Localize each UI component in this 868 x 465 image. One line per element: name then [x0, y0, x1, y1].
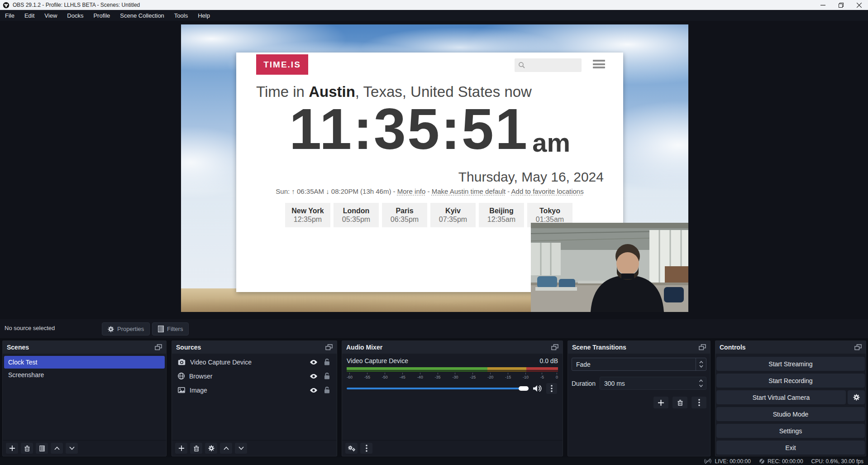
source-item-browser[interactable]: Browser — [172, 369, 337, 383]
mixer-source-name: Video Capture Device — [347, 357, 540, 364]
mixer-channel-menu-button[interactable] — [546, 383, 557, 394]
lock-icon[interactable] — [324, 373, 330, 379]
transition-menu-button[interactable] — [692, 397, 706, 408]
remove-transition-button[interactable] — [672, 397, 687, 408]
clock-meridiem: am — [532, 129, 570, 156]
menu-profile[interactable]: Profile — [88, 10, 115, 21]
start-streaming-button[interactable]: Start Streaming — [716, 357, 865, 371]
advanced-audio-button[interactable] — [345, 443, 358, 454]
visibility-eye-icon[interactable] — [310, 360, 318, 365]
trash-icon — [677, 400, 683, 406]
visibility-eye-icon[interactable] — [310, 388, 318, 393]
popout-icon[interactable] — [699, 344, 706, 350]
source-item-video-capture[interactable]: Video Capture Device — [172, 355, 337, 369]
camera-icon — [178, 359, 186, 365]
move-source-down-button[interactable] — [235, 443, 247, 454]
properties-button[interactable]: Properties — [102, 322, 150, 336]
settings-button[interactable]: Settings — [716, 424, 865, 438]
menu-docks[interactable]: Docks — [62, 10, 88, 21]
scene-filters-button[interactable] — [36, 443, 48, 454]
controls-title: Controls — [720, 344, 746, 351]
sources-panel: Sources Video Capture Device Browser — [172, 340, 337, 456]
gear-icon — [853, 394, 860, 401]
transition-select[interactable]: Fade — [572, 358, 706, 371]
obs-logo-icon — [3, 2, 10, 9]
cpu-status: CPU: 0.6%, 30.00 fps — [811, 458, 863, 465]
chevron-up-icon — [699, 361, 703, 364]
lock-icon[interactable] — [324, 387, 330, 393]
filters-button[interactable]: Filters — [152, 322, 189, 336]
gear-icon — [208, 445, 215, 451]
mixer-level-db: 0.0 dB — [540, 357, 558, 364]
scene-item-screenshare[interactable]: Screenshare — [3, 369, 166, 381]
move-source-up-button[interactable] — [220, 443, 232, 454]
chevron-down-icon — [69, 446, 75, 450]
move-scene-down-button[interactable] — [66, 443, 78, 454]
preview-area: TIME.IS Time in Austin, Texas, United St… — [0, 21, 868, 319]
window-title: OBS 29.1.2 - Profile: LLHLS BETA - Scene… — [13, 2, 140, 8]
studio-mode-button[interactable]: Studio Mode — [716, 407, 865, 421]
selected-source-toolbar: No source selected Properties Filters — [0, 319, 868, 338]
menu-edit[interactable]: Edit — [19, 10, 39, 21]
menu-view[interactable]: View — [39, 10, 62, 21]
move-scene-up-button[interactable] — [51, 443, 63, 454]
add-transition-button[interactable] — [653, 397, 668, 408]
more-info-link: More info — [397, 187, 426, 195]
city-card: Beijing12:35am — [479, 203, 524, 227]
obs-window: OBS 29.1.2 - Profile: LLHLS BETA - Scene… — [0, 0, 868, 465]
combo-arrows — [696, 358, 706, 370]
remove-scene-button[interactable] — [21, 443, 33, 454]
city-card: Paris06:35pm — [382, 203, 427, 227]
spin-up-icon[interactable] — [699, 379, 703, 382]
kebab-menu-icon — [366, 445, 367, 452]
search-icon — [518, 62, 525, 69]
add-scene-button[interactable] — [6, 443, 18, 454]
add-source-button[interactable] — [175, 443, 187, 454]
chevron-up-icon — [54, 446, 60, 450]
popout-icon[interactable] — [551, 344, 558, 350]
kebab-menu-icon — [551, 385, 553, 392]
trash-icon — [24, 446, 30, 451]
timeis-date: Thursday, May 16, 2024 — [458, 169, 604, 185]
start-recording-button[interactable]: Start Recording — [716, 374, 865, 388]
webcam-video-frame — [531, 223, 688, 312]
restore-icon — [839, 3, 844, 8]
menu-tools[interactable]: Tools — [169, 10, 193, 21]
add-favorite-link: Add to favorite locations — [511, 187, 584, 195]
mixer-menu-button[interactable] — [360, 443, 372, 454]
close-button[interactable] — [850, 0, 868, 10]
visibility-eye-icon[interactable] — [310, 374, 318, 379]
minimize-button[interactable] — [814, 0, 832, 10]
popout-icon[interactable] — [325, 344, 333, 350]
volume-slider[interactable] — [347, 386, 529, 391]
filter-icon — [39, 446, 45, 451]
audio-mixer-title: Audio Mixer — [346, 344, 382, 351]
scene-item-clock-test[interactable]: Clock Test — [4, 356, 165, 369]
volume-slider-handle[interactable] — [519, 386, 529, 391]
remove-source-button[interactable] — [190, 443, 202, 454]
duration-spinbox[interactable]: 300 ms — [600, 377, 706, 390]
virtual-camera-config-button[interactable] — [848, 390, 865, 404]
exit-button[interactable]: Exit — [716, 441, 865, 455]
trash-icon — [194, 446, 199, 451]
spin-down-icon[interactable] — [699, 384, 703, 387]
speaker-icon[interactable] — [533, 385, 542, 392]
menu-file[interactable]: File — [0, 10, 19, 21]
menu-scene-collection[interactable]: Scene Collection — [115, 10, 169, 21]
source-properties-button[interactable] — [205, 443, 217, 454]
clock-time: 11:35:51 — [289, 102, 529, 156]
menu-help[interactable]: Help — [193, 10, 215, 21]
kebab-menu-icon — [698, 399, 700, 406]
world-clock-row: New York12:35pm London05:35pm Paris06:35… — [285, 203, 572, 227]
popout-icon[interactable] — [155, 344, 162, 350]
popout-icon[interactable] — [854, 344, 862, 350]
lock-icon[interactable] — [324, 359, 330, 365]
city-card: Kyiv07:35pm — [430, 203, 476, 227]
live-status: LIVE: 00:00:00 — [704, 458, 750, 465]
source-item-image[interactable]: Image — [172, 383, 337, 397]
chevron-up-icon — [224, 446, 229, 450]
restore-button[interactable] — [832, 0, 850, 10]
start-virtual-camera-button[interactable]: Start Virtual Camera — [716, 390, 846, 404]
plus-icon — [10, 446, 15, 451]
webcam-overlay[interactable] — [531, 223, 688, 312]
